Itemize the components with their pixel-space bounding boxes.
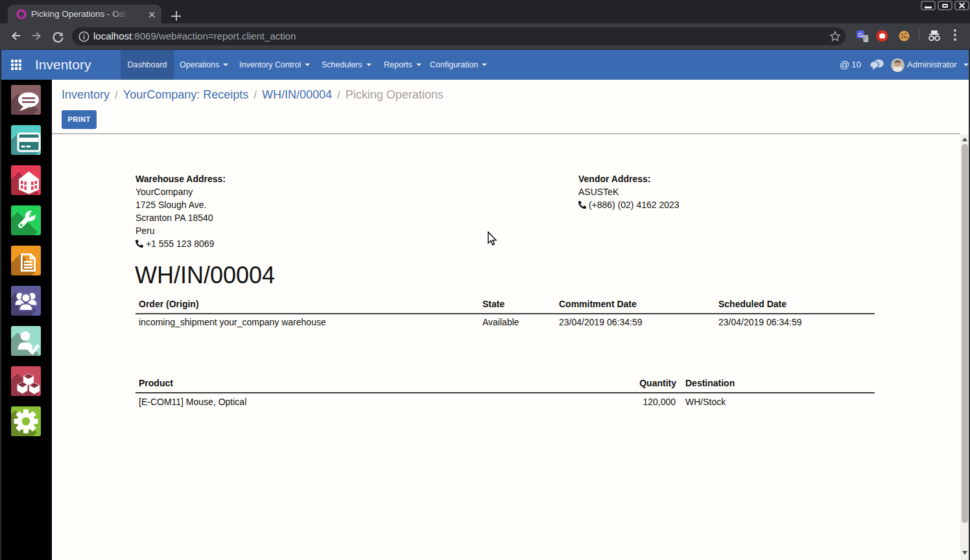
svg-text:G: G [858,32,862,38]
